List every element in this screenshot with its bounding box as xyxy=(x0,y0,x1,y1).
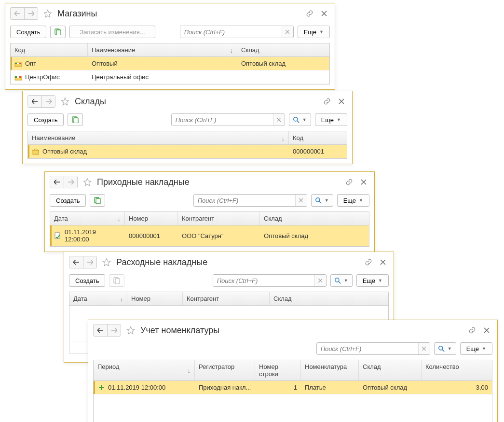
shop-icon xyxy=(14,74,22,81)
chevron-down-icon: ▼ xyxy=(319,29,324,34)
search-clear-button[interactable] xyxy=(273,114,285,126)
close-button[interactable] xyxy=(336,96,347,107)
more-button[interactable]: Еще▼ xyxy=(460,342,492,355)
search-clear-button[interactable] xyxy=(418,343,430,354)
col-counterparty[interactable]: Контрагент xyxy=(183,292,270,305)
create-button[interactable]: Создать xyxy=(50,194,86,207)
search-options-button[interactable]: ▼ xyxy=(289,113,311,126)
close-icon xyxy=(361,179,367,185)
search-input[interactable] xyxy=(172,114,273,126)
inventory-table: Период↓ Регистратор Номер строки Номенкл… xyxy=(93,360,492,422)
forward-button[interactable] xyxy=(83,256,96,268)
copy-button[interactable] xyxy=(109,274,124,287)
search-clear-button[interactable] xyxy=(314,275,326,286)
save-changes-button[interactable]: Записать изменения... xyxy=(69,26,155,38)
search-input[interactable] xyxy=(194,195,295,206)
link-button[interactable] xyxy=(321,96,333,107)
nav-buttons xyxy=(93,324,121,337)
search-input[interactable] xyxy=(213,275,314,286)
table-row[interactable]: 01.11.2019 12:00:00 Приходная накл... 1 … xyxy=(94,381,492,394)
close-button[interactable] xyxy=(377,256,389,268)
table-header: Период↓ Регистратор Номер строки Номенкл… xyxy=(94,360,492,381)
table-row[interactable]: 01.11.2019 12:00:00 000000001 ООО "Сатур… xyxy=(50,225,369,246)
more-button[interactable]: Еще▼ xyxy=(315,113,347,126)
window-title: Расходные накладные xyxy=(116,257,207,267)
table-row[interactable]: Опт Оптовый Оптовый склад xyxy=(11,57,329,70)
chevron-down-icon: ▼ xyxy=(325,198,329,203)
col-name[interactable]: Наименование↓ xyxy=(28,131,289,144)
forward-button[interactable] xyxy=(24,8,38,19)
col-warehouse[interactable]: Склад xyxy=(359,360,422,380)
col-date[interactable]: Дата↓ xyxy=(50,212,125,225)
forward-button[interactable] xyxy=(41,96,55,107)
col-warehouse[interactable]: Склад xyxy=(270,292,388,305)
svg-rect-5 xyxy=(19,63,21,64)
close-button[interactable] xyxy=(481,324,492,336)
link-button[interactable] xyxy=(466,324,478,336)
table-row[interactable]: Оптовый склад 000000001 xyxy=(28,145,347,158)
search-clear-button[interactable] xyxy=(295,195,307,206)
col-code[interactable]: Код xyxy=(289,131,347,144)
close-button[interactable] xyxy=(318,8,330,19)
back-button[interactable] xyxy=(28,96,41,107)
sort-icon: ↓ xyxy=(188,367,191,374)
copy-button[interactable] xyxy=(50,26,66,38)
table-header: Код Наименование↓ Склад xyxy=(11,43,329,57)
col-registrar[interactable]: Регистратор xyxy=(195,360,255,380)
link-button[interactable] xyxy=(304,8,315,19)
table-header: Дата↓ Номер Контрагент Склад xyxy=(69,292,388,306)
col-item[interactable]: Номенклатура xyxy=(301,360,359,380)
favorite-button[interactable] xyxy=(82,177,92,187)
search-box xyxy=(213,274,327,287)
document-posted-icon xyxy=(54,232,62,239)
search-input[interactable] xyxy=(317,343,418,354)
cell-warehouse: Оптовый склад xyxy=(237,57,329,70)
search-options-button[interactable]: ▼ xyxy=(311,194,333,207)
col-number[interactable]: Номер xyxy=(125,212,178,225)
back-button[interactable] xyxy=(94,324,107,336)
search-options-button[interactable]: ▼ xyxy=(434,342,456,355)
col-lineno[interactable]: Номер строки xyxy=(255,360,301,380)
more-button[interactable]: Еще▼ xyxy=(337,194,369,207)
link-button[interactable] xyxy=(343,176,355,188)
search-options-button[interactable]: ▼ xyxy=(330,274,353,287)
col-warehouse[interactable]: Склад xyxy=(237,43,329,56)
table-header: Дата↓ Номер Контрагент Склад xyxy=(50,212,369,225)
close-button[interactable] xyxy=(358,176,369,188)
forward-button[interactable] xyxy=(107,324,121,336)
col-date[interactable]: Дата↓ xyxy=(69,292,127,305)
forward-button[interactable] xyxy=(64,176,77,188)
col-period-label: Период xyxy=(97,363,120,370)
star-icon xyxy=(61,97,69,106)
copy-button[interactable] xyxy=(68,113,83,126)
col-warehouse[interactable]: Склад xyxy=(260,212,369,225)
col-period[interactable]: Период↓ xyxy=(94,360,195,380)
more-button[interactable]: Еще▼ xyxy=(298,26,330,38)
cell-counterparty: ООО "Сатурн" xyxy=(178,225,260,246)
favorite-button[interactable] xyxy=(60,97,70,106)
link-icon xyxy=(306,10,313,17)
col-counterparty[interactable]: Контрагент xyxy=(178,212,260,225)
col-qty[interactable]: Количество xyxy=(422,360,492,380)
star-icon xyxy=(43,9,52,18)
create-button[interactable]: Создать xyxy=(27,113,64,126)
col-name[interactable]: Наименование↓ xyxy=(88,43,237,56)
table-row[interactable]: ЦентрОфис Центральный офис xyxy=(11,70,329,84)
create-button[interactable]: Создать xyxy=(10,26,46,38)
favorite-button[interactable] xyxy=(43,9,53,18)
search-clear-button[interactable] xyxy=(282,26,293,38)
back-button[interactable] xyxy=(11,8,24,19)
favorite-button[interactable] xyxy=(126,325,136,335)
create-button[interactable]: Создать xyxy=(69,274,105,287)
favorite-button[interactable] xyxy=(102,257,111,267)
more-button[interactable]: Еще▼ xyxy=(356,274,389,287)
back-button[interactable] xyxy=(50,176,64,188)
col-code[interactable]: Код xyxy=(11,43,88,56)
link-button[interactable] xyxy=(363,256,374,268)
back-button[interactable] xyxy=(69,256,83,268)
warehouses-table: Наименование↓ Код Оптовый склад 00000000… xyxy=(27,131,347,159)
search-input[interactable] xyxy=(180,26,282,38)
col-number[interactable]: Номер xyxy=(127,292,183,305)
svg-rect-1 xyxy=(56,30,61,35)
copy-button[interactable] xyxy=(90,194,105,207)
